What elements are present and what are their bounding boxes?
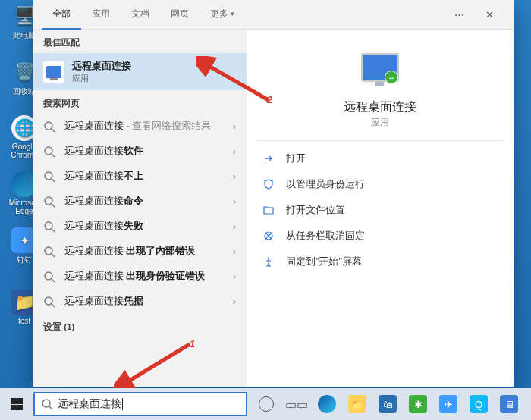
action-label: 打开 xyxy=(286,152,306,165)
action-open[interactable]: 打开 xyxy=(257,146,503,171)
task-edge[interactable] xyxy=(313,388,341,420)
chevron-down-icon: ▾ xyxy=(231,10,234,17)
svg-line-1 xyxy=(52,129,55,132)
chevron-right-icon: › xyxy=(233,296,236,307)
best-match-item[interactable]: 远程桌面连接 应用 xyxy=(33,53,247,90)
task-taskview[interactable]: ▭▭ xyxy=(282,388,311,420)
best-match-title: 远程桌面连接 xyxy=(72,59,131,73)
search-icon xyxy=(43,221,55,233)
web-result-item[interactable]: 远程桌面连接软件› xyxy=(33,139,247,164)
tab-web[interactable]: 网页 xyxy=(160,0,200,30)
web-result-item[interactable]: 远程桌面连接 出现了内部错误› xyxy=(33,239,247,264)
open-icon xyxy=(262,152,275,165)
task-cortana[interactable] xyxy=(252,388,281,420)
task-explorer[interactable]: 📁 xyxy=(343,388,372,420)
ellipsis-button[interactable]: ⋯ xyxy=(444,0,474,29)
section-best-match: 最佳匹配 xyxy=(33,30,247,53)
svg-point-10 xyxy=(45,247,52,255)
rdp-badge-icon: ↔ xyxy=(385,71,398,84)
tab-all[interactable]: 全部 xyxy=(42,0,81,30)
web-result-text: 远程桌面连接 - 查看网络搜索结果 xyxy=(64,120,228,133)
start-button[interactable] xyxy=(0,388,33,420)
action-label: 以管理员身份运行 xyxy=(286,178,365,191)
folder-icon xyxy=(262,203,275,217)
web-result-text: 远程桌面连接失败 xyxy=(64,220,228,233)
task-feishu[interactable]: ✈ xyxy=(434,388,463,420)
details-subtitle: 应用 xyxy=(371,117,389,128)
svg-line-7 xyxy=(52,204,55,207)
action-label: 从任务栏取消固定 xyxy=(286,230,365,243)
svg-line-5 xyxy=(52,179,55,182)
search-icon xyxy=(43,196,55,208)
svg-line-3 xyxy=(52,154,55,157)
svg-point-0 xyxy=(45,122,52,130)
close-button[interactable]: ✕ xyxy=(474,0,504,29)
admin-icon xyxy=(262,177,275,191)
svg-line-13 xyxy=(52,279,55,282)
details-title: 远程桌面连接 xyxy=(344,99,416,115)
taskbar-icons: ▭▭ 📁 🛍 ✱ ✈ Q 🖥 xyxy=(252,388,523,420)
tab-apps[interactable]: 应用 xyxy=(81,0,121,30)
chevron-right-icon: › xyxy=(233,171,236,182)
search-panel: 全部 应用 文档 网页 更多▾ ⋯ ✕ 最佳匹配 远程桌面连接 应用 搜索网页 xyxy=(33,0,514,387)
web-result-item[interactable]: 远程桌面连接命令› xyxy=(33,189,247,214)
taskbar-search-box[interactable]: 远程桌面连接 xyxy=(33,392,247,416)
web-result-text: 远程桌面连接 出现了内部错误 xyxy=(64,245,228,258)
action-unpin[interactable]: 从任务栏取消固定 xyxy=(257,223,503,249)
annotation-label-2: 2 xyxy=(267,94,272,105)
desktop-icon-label: test xyxy=(18,317,30,325)
details-pane: ↔ 远程桌面连接 应用 打开以管理员身份运行打开文件位置从任务栏取消固定固定到"… xyxy=(247,30,514,387)
search-icon xyxy=(43,121,55,133)
search-icon xyxy=(43,271,55,283)
desktop-icon-label: 钉钉 xyxy=(17,255,32,265)
windows-logo-icon xyxy=(11,398,23,410)
search-icon xyxy=(43,296,55,308)
task-store[interactable]: 🛍 xyxy=(373,388,402,420)
svg-line-15 xyxy=(52,304,55,307)
results-column: 最佳匹配 远程桌面连接 应用 搜索网页 远程桌面连接 - 查看网络搜索结果›远程… xyxy=(33,30,247,387)
action-list: 打开以管理员身份运行打开文件位置从任务栏取消固定固定到"开始"屏幕 xyxy=(257,146,503,274)
best-match-subtitle: 应用 xyxy=(72,73,131,84)
chevron-right-icon: › xyxy=(233,246,236,257)
web-result-text: 远程桌面连接软件 xyxy=(64,145,228,158)
tab-more[interactable]: 更多▾ xyxy=(200,0,245,30)
web-result-text: 远程桌面连接 出现身份验证错误 xyxy=(64,270,228,283)
web-result-item[interactable]: 远程桌面连接不上› xyxy=(33,164,247,189)
web-result-text: 远程桌面连接不上 xyxy=(64,170,228,183)
chevron-right-icon: › xyxy=(233,221,236,232)
action-admin[interactable]: 以管理员身份运行 xyxy=(257,171,503,197)
section-web: 搜索网页 xyxy=(33,90,247,114)
tab-docs[interactable]: 文档 xyxy=(121,0,160,30)
web-result-text: 远程桌面连接凭据 xyxy=(64,295,228,308)
task-wechat[interactable]: ✱ xyxy=(404,388,432,420)
svg-point-4 xyxy=(45,172,52,180)
action-pin[interactable]: 固定到"开始"屏幕 xyxy=(257,249,503,274)
search-icon xyxy=(43,146,55,158)
chevron-right-icon: › xyxy=(233,121,236,132)
section-settings: 设置 (1) xyxy=(33,314,247,337)
svg-point-8 xyxy=(45,222,52,230)
annotation-label-1: 1 xyxy=(190,338,195,349)
taskbar: 远程桌面连接 ▭▭ 📁 🛍 ✱ ✈ Q 🖥 xyxy=(0,388,531,420)
desktop: 🖥️ 此电脑 🗑️ 回收站 🌐 Google Chrome Microsoft … xyxy=(0,0,531,420)
app-large-icon: ↔ xyxy=(359,46,401,89)
action-label: 打开文件位置 xyxy=(286,204,345,217)
chevron-right-icon: › xyxy=(233,146,236,157)
web-result-item[interactable]: 远程桌面连接凭据› xyxy=(33,289,247,314)
unpin-icon xyxy=(262,229,275,243)
task-rdp[interactable]: 🖥 xyxy=(495,388,523,420)
search-tabs: 全部 应用 文档 网页 更多▾ ⋯ ✕ xyxy=(33,0,514,30)
chevron-right-icon: › xyxy=(233,271,236,282)
web-result-item[interactable]: 远程桌面连接 - 查看网络搜索结果› xyxy=(33,114,247,139)
svg-point-6 xyxy=(45,197,52,205)
task-qq[interactable]: Q xyxy=(464,388,493,420)
action-folder[interactable]: 打开文件位置 xyxy=(257,197,503,223)
text-caret xyxy=(122,398,123,410)
web-result-item[interactable]: 远程桌面连接 出现身份验证错误› xyxy=(33,264,247,289)
svg-line-9 xyxy=(52,229,55,232)
web-result-item[interactable]: 远程桌面连接失败› xyxy=(33,214,247,239)
svg-line-20 xyxy=(49,406,52,409)
svg-point-2 xyxy=(45,147,52,155)
search-input-text: 远程桌面连接 xyxy=(58,397,121,411)
search-icon xyxy=(43,246,55,258)
